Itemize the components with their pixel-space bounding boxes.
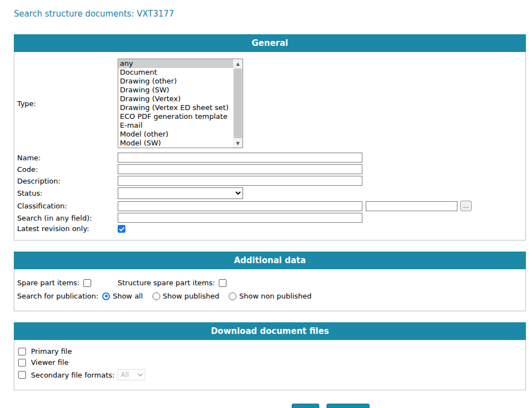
code-label: Code: bbox=[17, 165, 118, 174]
type-option[interactable]: any bbox=[118, 59, 233, 68]
additional-data-section-body: Spare part items: Structure spare part i… bbox=[14, 269, 526, 311]
publication-option-show-published: Show published bbox=[149, 292, 219, 300]
search-any-field-row: Search (in any field): bbox=[17, 213, 525, 223]
search-any-field-input[interactable] bbox=[118, 213, 362, 223]
type-option[interactable]: Model (SW) bbox=[118, 139, 233, 148]
show-all-radio[interactable] bbox=[102, 292, 110, 300]
type-option[interactable]: Document bbox=[118, 68, 233, 77]
publication-label: Search for publication: bbox=[17, 292, 98, 300]
scrollbar-thumb[interactable] bbox=[234, 69, 242, 138]
show-published-label: Show published bbox=[163, 292, 219, 300]
additional-data-section-header: Additional data bbox=[14, 252, 526, 269]
secondary-formats-label: Secondary file formats: bbox=[31, 371, 114, 379]
type-option[interactable]: Drawing (Vertex) bbox=[118, 95, 233, 103]
latest-revision-label: Latest revision only: bbox=[17, 224, 118, 233]
publication-radio-group: Show all Show published Show non publish… bbox=[98, 292, 317, 300]
type-label: Type: bbox=[17, 100, 118, 108]
page-title: Search structure documents: VXT3177 bbox=[14, 9, 526, 19]
description-input[interactable] bbox=[118, 176, 362, 186]
search-any-field-label: Search (in any field): bbox=[17, 214, 118, 222]
publication-row: Search for publication: Show all Show pu… bbox=[17, 292, 525, 300]
classification-label: Classification: bbox=[17, 202, 118, 210]
spare-part-checkbox[interactable] bbox=[83, 279, 91, 287]
structure-spare-part-checkbox[interactable] bbox=[219, 279, 227, 287]
type-option[interactable]: Drawing (SW) bbox=[118, 86, 233, 95]
classification-row: Classification: ... bbox=[17, 201, 525, 211]
type-listbox[interactable]: any Document Drawing (other) Drawing (SW… bbox=[118, 59, 243, 148]
code-input[interactable] bbox=[118, 164, 362, 174]
viewer-file-row: Viewer file bbox=[18, 358, 525, 367]
viewer-file-label: Viewer file bbox=[31, 358, 69, 367]
type-row: Type: any Document Drawing (other) Drawi… bbox=[17, 59, 525, 148]
classification-input[interactable] bbox=[118, 201, 362, 211]
description-label: Description: bbox=[17, 177, 118, 185]
show-all-label: Show all bbox=[113, 292, 143, 300]
description-row: Description: bbox=[17, 176, 525, 186]
publication-option-show-all: Show all bbox=[98, 292, 143, 300]
scroll-down-icon[interactable]: ▼ bbox=[233, 139, 243, 148]
scroll-up-icon[interactable]: ▲ bbox=[233, 59, 243, 68]
name-row: Name: bbox=[17, 153, 525, 163]
spare-part-row: Spare part items: Structure spare part i… bbox=[17, 279, 525, 287]
status-label: Status: bbox=[17, 189, 118, 197]
listbox-scrollbar[interactable]: ▲ ▼ bbox=[233, 59, 243, 148]
primary-file-row: Primary file bbox=[18, 347, 525, 355]
code-row: Code: bbox=[17, 164, 525, 174]
classification-code-input[interactable] bbox=[366, 201, 457, 211]
type-listbox-options: any Document Drawing (other) Drawing (SW… bbox=[118, 59, 233, 148]
primary-file-label: Primary file bbox=[31, 347, 72, 355]
show-non-published-label: Show non published bbox=[239, 292, 312, 300]
type-option[interactable]: Model (other) bbox=[118, 130, 233, 139]
show-published-radio[interactable] bbox=[152, 292, 160, 300]
type-option[interactable]: Drawing (Vertex ED sheet set) bbox=[118, 103, 233, 112]
secondary-formats-checkbox[interactable] bbox=[18, 371, 26, 379]
name-label: Name: bbox=[17, 154, 118, 162]
cancel-button[interactable]: Cancel bbox=[326, 404, 370, 408]
status-row: Status: bbox=[17, 187, 525, 199]
structure-spare-part-label: Structure spare part items: bbox=[118, 279, 215, 287]
show-non-published-radio[interactable] bbox=[229, 292, 236, 300]
publication-option-show-non-published: Show non published bbox=[225, 292, 312, 300]
type-option[interactable]: Drawing (other) bbox=[118, 77, 233, 86]
download-files-section-body: Primary file Viewer file Secondary file … bbox=[14, 340, 526, 390]
search-documents-page: Search structure documents: VXT3177 Gene… bbox=[14, 9, 526, 408]
secondary-format-select: All bbox=[118, 369, 145, 380]
secondary-formats-row: Secondary file formats: All bbox=[18, 369, 525, 380]
download-files-section: Download document files Primary file Vie… bbox=[14, 322, 526, 390]
general-section-body: Type: any Document Drawing (other) Drawi… bbox=[14, 52, 526, 240]
ok-button[interactable]: Ok bbox=[292, 404, 319, 408]
latest-revision-row: Latest revision only: bbox=[17, 224, 525, 233]
general-section-header: General bbox=[14, 34, 526, 52]
latest-revision-checkbox[interactable] bbox=[118, 225, 125, 233]
status-select[interactable] bbox=[118, 187, 243, 199]
primary-file-checkbox[interactable] bbox=[18, 348, 26, 355]
type-option[interactable]: ECO PDF generation template bbox=[118, 112, 233, 121]
name-input[interactable] bbox=[118, 153, 362, 163]
download-files-section-header: Download document files bbox=[14, 322, 526, 340]
type-option[interactable]: E-mail bbox=[118, 121, 233, 130]
spare-part-label: Spare part items: bbox=[17, 279, 80, 287]
classification-browse-button[interactable]: ... bbox=[460, 201, 472, 211]
viewer-file-checkbox[interactable] bbox=[18, 359, 26, 367]
additional-data-section: Additional data Spare part items: Struct… bbox=[14, 252, 526, 311]
action-buttons: Ok Cancel bbox=[75, 404, 532, 408]
general-section: General Type: any Document Drawing (othe… bbox=[14, 34, 526, 240]
